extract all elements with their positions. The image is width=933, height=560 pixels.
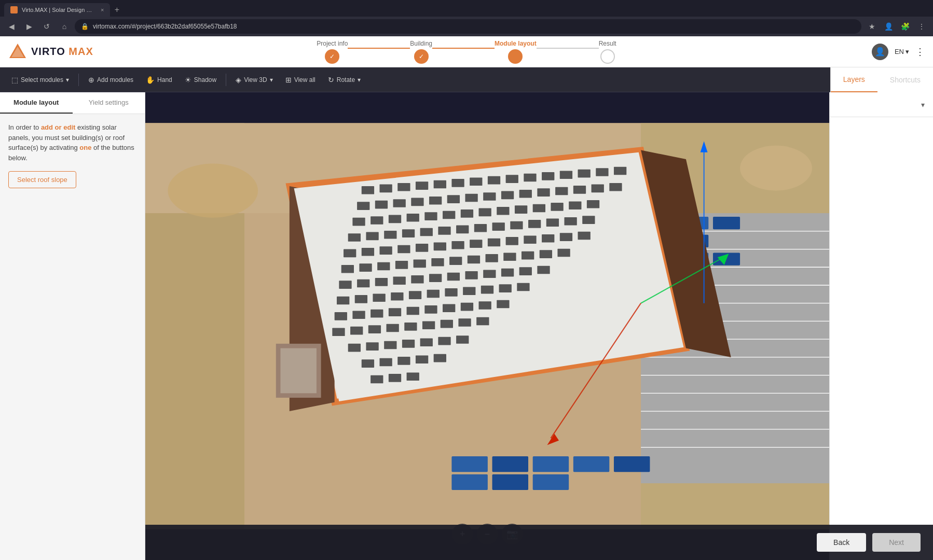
svg-rect-176 [402,340,415,348]
viewall-icon: ⊞ [285,76,292,84]
svg-rect-56 [542,172,554,180]
svg-rect-49 [416,181,428,190]
svg-rect-122 [414,259,426,268]
step-building[interactable]: Building ✓ [410,40,432,64]
home-btn[interactable]: ⌂ [57,19,72,34]
svg-rect-115 [542,234,554,243]
shadow-icon: ☀ [185,76,191,84]
layers-shortcuts-tabs: Layers Shortcuts [830,67,933,92]
svg-rect-101 [546,218,559,227]
new-tab-btn[interactable]: + [110,3,124,17]
forward-nav-btn[interactable]: ▶ [22,19,36,34]
view3d-icon: ◈ [236,76,241,84]
svg-rect-66 [447,195,460,203]
step-project-info[interactable]: Project info ✓ [317,40,348,64]
lang-selector[interactable]: EN ▾ [895,48,909,55]
select-roof-slope-btn[interactable]: Select roof slope [8,171,76,188]
svg-rect-186 [389,374,401,382]
rotate-btn[interactable]: ↻ Rotate ▾ [323,73,366,87]
step-result[interactable]: Result [599,40,616,64]
bookmark-btn[interactable]: ★ [865,19,879,34]
svg-rect-135 [411,275,423,284]
svg-rect-184 [434,354,446,362]
shortcuts-tab[interactable]: Shortcuts [877,67,933,92]
step-module-layout-label: Module layout [495,40,537,47]
view3d-btn[interactable]: ◈ View 3D ▾ [230,73,278,87]
header-more-btn[interactable]: ⋮ [915,46,925,58]
svg-rect-82 [461,209,473,218]
svg-rect-35 [492,456,528,472]
svg-rect-94 [420,228,433,236]
svg-rect-133 [375,278,388,286]
svg-rect-140 [501,269,514,277]
refresh-btn[interactable]: ↺ [39,19,54,34]
active-tab[interactable]: Virto.MAX | Solar Design Tool × [4,3,110,17]
hand-btn[interactable]: ✋ Hand [141,73,177,87]
svg-rect-93 [402,229,415,237]
svg-rect-158 [407,307,419,315]
svg-rect-41 [533,474,569,490]
add-modules-btn[interactable]: ⊕ Add modules [83,73,139,87]
viewall-btn[interactable]: ⊞ View all [280,73,321,87]
browser-menu-btn[interactable]: ⋮ [914,19,929,34]
map-area[interactable]: + − 📷 [145,92,829,560]
svg-rect-143 [337,297,349,305]
svg-rect-157 [389,308,401,316]
svg-rect-156 [371,310,383,318]
add-modules-icon: ⊕ [88,76,94,84]
svg-rect-34 [451,456,487,472]
svg-rect-139 [483,270,496,278]
svg-rect-155 [352,311,365,319]
svg-rect-136 [429,274,442,282]
step-line-2 [432,48,495,49]
svg-rect-189 [280,348,316,394]
tab-close-btn[interactable]: × [101,7,104,13]
svg-rect-162 [479,301,491,310]
tab-module-layout[interactable]: Module layout [0,92,73,114]
svg-rect-137 [447,273,460,281]
svg-rect-46 [362,186,374,194]
tab-yield-settings[interactable]: Yield settings [73,92,145,114]
svg-rect-131 [339,281,351,289]
svg-rect-52 [470,177,482,186]
logo-area: VIRTO MAX [8,43,112,61]
svg-rect-111 [470,240,482,248]
svg-rect-142 [537,266,550,274]
svg-rect-77 [371,216,383,225]
svg-rect-48 [397,183,410,191]
svg-rect-159 [424,305,437,314]
svg-rect-69 [501,191,514,200]
back-btn[interactable]: Back [817,533,866,552]
svg-rect-152 [499,284,512,292]
next-btn[interactable]: Next [872,533,921,552]
user-avatar[interactable]: 👤 [872,44,888,60]
step-module-layout[interactable]: Module layout [495,40,537,64]
svg-rect-50 [434,180,446,189]
layers-panel-header: ▾ [830,92,933,117]
browser-chrome: Virto.MAX | Solar Design Tool × + ◀ ▶ ↺ … [0,0,933,36]
svg-rect-144 [355,295,367,303]
profile-btn[interactable]: 👤 [881,19,896,34]
rotate-label: Rotate [337,76,355,83]
select-modules-btn[interactable]: ⬚ Select modules ▾ [6,73,74,87]
extensions-btn[interactable]: 🧩 [898,19,912,34]
svg-rect-62 [375,201,388,209]
back-nav-btn[interactable]: ◀ [4,19,19,34]
address-bar[interactable]: 🔒 virtomax.com/#/project/663b2b2daf65055… [75,19,861,34]
step-line-1 [348,48,410,49]
step-module-layout-circle [508,49,523,64]
layers-chevron[interactable]: ▾ [921,101,925,109]
svg-rect-181 [379,358,392,367]
svg-rect-154 [335,312,347,320]
shadow-btn[interactable]: ☀ Shadow [180,73,222,87]
ssl-icon: 🔒 [81,23,89,30]
svg-rect-47 [379,185,392,193]
svg-rect-125 [468,256,480,264]
svg-rect-171 [458,318,471,327]
svg-rect-54 [506,175,518,183]
layers-tab[interactable]: Layers [831,67,877,92]
svg-rect-99 [510,221,523,230]
svg-rect-145 [373,293,385,302]
svg-rect-114 [524,235,536,244]
svg-rect-85 [515,205,527,214]
